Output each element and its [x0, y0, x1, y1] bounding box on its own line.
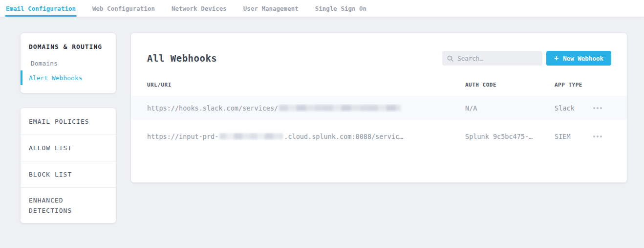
sidebar-item-email-policies[interactable]: EMAIL POLICIES [21, 108, 116, 135]
app-type-cell: SIEM [555, 133, 592, 140]
sidebar-item-block-list[interactable]: BLOCK LIST [21, 161, 116, 187]
sidebar-item-allow-list[interactable]: ALLOW LIST [21, 135, 116, 161]
column-header-app-type: APP TYPE [555, 82, 592, 88]
page-title: All Webhooks [147, 53, 217, 64]
column-header-auth-code: AUTH CODE [465, 82, 555, 88]
table-header-row: URL/URI AUTH CODE APP TYPE [131, 78, 627, 91]
redacted-url-segment [279, 105, 401, 111]
new-webhook-button[interactable]: + New Webhook [546, 51, 611, 66]
domains-routing-card: DOMAINS & ROUTING Domains Alert Webhooks [21, 33, 116, 93]
top-nav: Email Configuration Web Configuration Ne… [0, 0, 644, 17]
plus-icon: + [554, 55, 558, 62]
webhook-url-cell: https://input-prd-.cloud.splunk.com:8088… [147, 133, 465, 140]
row-actions-button[interactable] [592, 133, 603, 140]
policy-sections-card: EMAIL POLICIES ALLOW LIST BLOCK LIST ENH… [21, 108, 116, 223]
new-webhook-button-label: New Webhook [563, 55, 603, 62]
auth-code-cell: Splunk 9c5bc475-… [465, 133, 555, 140]
sidebar-item-alert-webhooks[interactable]: Alert Webhooks [21, 70, 116, 85]
search-icon [447, 55, 453, 62]
panel-toolbar: All Webhooks + New Webhook [131, 33, 627, 78]
table-row[interactable]: https://hooks.slack.com/services/ N/A Sl… [131, 96, 627, 120]
content-area: DOMAINS & ROUTING Domains Alert Webhooks… [0, 17, 644, 223]
domains-routing-heading: DOMAINS & ROUTING [29, 43, 107, 50]
tab-user-management[interactable]: User Management [242, 0, 300, 17]
sidebar-item-enhanced-detections[interactable]: ENHANCED DETECTIONS [21, 187, 116, 223]
auth-code-cell: N/A [465, 104, 555, 112]
column-header-url: URL/URI [147, 82, 465, 88]
tab-network-devices[interactable]: Network Devices [171, 0, 228, 17]
tab-web-configuration[interactable]: Web Configuration [91, 0, 156, 17]
app-type-cell: Slack [555, 104, 592, 112]
sidebar: DOMAINS & ROUTING Domains Alert Webhooks… [21, 33, 116, 223]
sidebar-item-domains[interactable]: Domains [21, 56, 116, 70]
redacted-url-segment [219, 133, 283, 139]
tab-email-configuration[interactable]: Email Configuration [5, 0, 77, 17]
search-input[interactable] [457, 55, 537, 62]
tab-single-sign-on[interactable]: Single Sign On [314, 0, 367, 17]
row-actions-button[interactable] [592, 104, 603, 112]
search-box[interactable] [442, 51, 542, 66]
table-row[interactable]: https://input-prd-.cloud.splunk.com:8088… [131, 124, 627, 148]
webhooks-panel: All Webhooks + New Webhook URL/URI AUTH … [131, 33, 627, 182]
webhook-url-cell: https://hooks.slack.com/services/ [147, 104, 465, 112]
